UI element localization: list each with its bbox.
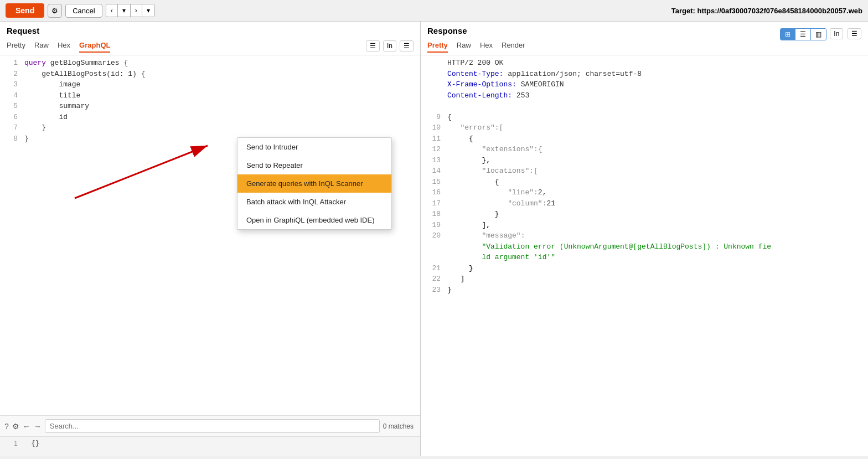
resp-line-11: 11 { xyxy=(421,133,868,145)
bottom-code-area: 1 {} xyxy=(0,436,420,456)
resp-tab-raw[interactable]: Raw xyxy=(457,39,471,53)
request-header: Request Pretty Raw Hex GraphQL ☰ In ☰ xyxy=(0,22,420,55)
code-line-2: 2 getAllBlogPosts(id: 1) { xyxy=(0,69,420,80)
context-menu: Send to Intruder Send to Repeater Genera… xyxy=(237,137,392,230)
resp-line-22: ld argument 'id'" xyxy=(421,252,868,263)
search-bar: ? ⚙ ← → 0 matches xyxy=(0,415,420,436)
tab-hex[interactable]: Hex xyxy=(58,39,70,53)
menu-btn[interactable]: ☰ xyxy=(400,40,414,51)
resp-line-9: 9 { xyxy=(421,112,868,123)
tab-pretty[interactable]: Pretty xyxy=(7,39,25,53)
request-code-area[interactable]: 1 query getBlogSummaries { 2 getAllBlogP… xyxy=(0,55,420,415)
response-title: Response xyxy=(427,26,776,35)
context-menu-batch-attack[interactable]: Batch attack with InQL Attacker xyxy=(237,193,391,211)
request-code-lines: 1 query getBlogSummaries { 2 getAllBlogP… xyxy=(0,55,420,146)
resp-line-21: "Validation error (UnknownArgument@[getA… xyxy=(421,241,868,252)
copy-btn[interactable]: ☰ xyxy=(366,40,380,51)
response-tab-bar: Pretty Raw Hex Render xyxy=(427,39,776,53)
resp-line-17: 17 "column":21 xyxy=(421,198,868,209)
nav-next-button[interactable]: › xyxy=(131,4,142,17)
resp-line-20: 20 "message": xyxy=(421,230,868,241)
nav-prev-button[interactable]: ‹ xyxy=(106,4,118,17)
resp-tab-hex[interactable]: Hex xyxy=(480,39,493,53)
request-panel: Request Pretty Raw Hex GraphQL ☰ In ☰ 1 … xyxy=(0,22,421,456)
tab-graphql[interactable]: GraphQL xyxy=(79,39,110,53)
resp-tab-pretty[interactable]: Pretty xyxy=(427,39,448,53)
response-view-btns: ⊞ ☰ ▥ xyxy=(780,28,826,40)
resp-line-http: HTTP/2 200 OK xyxy=(421,58,868,69)
tab-raw[interactable]: Raw xyxy=(34,39,49,53)
search-settings-button[interactable]: ⚙ xyxy=(12,422,19,431)
nav-next-dropdown[interactable]: ▾ xyxy=(142,4,154,17)
request-tab-bar: Pretty Raw Hex GraphQL ☰ In ☰ xyxy=(7,39,414,53)
code-line-3: 3 image xyxy=(0,79,420,90)
code-line-1: 1 query getBlogSummaries { xyxy=(0,58,420,69)
resp-line-content-type: Content-Type: application/json; charset=… xyxy=(421,69,868,80)
search-next-button[interactable]: → xyxy=(34,422,42,431)
resp-line-25: 23 } xyxy=(421,285,868,296)
resp-tab-render[interactable]: Render xyxy=(502,39,525,53)
resp-line-14: 14 "locations":[ xyxy=(421,166,868,177)
resp-line-23: 21 } xyxy=(421,263,868,274)
resp-view-btn-2[interactable]: ☰ xyxy=(795,29,811,40)
main-content: Request Pretty Raw Hex GraphQL ☰ In ☰ 1 … xyxy=(0,22,868,456)
response-header: Response Pretty Raw Hex Render ⊞ ☰ ▥ In … xyxy=(421,22,868,55)
tab-actions: ☰ In ☰ xyxy=(366,40,414,51)
context-menu-open-graphiql[interactable]: Open in GraphiQL (embedded web IDE) xyxy=(237,211,391,229)
response-code-area[interactable]: HTTP/2 200 OK Content-Type: application/… xyxy=(421,55,868,456)
resp-line-18: 18 } xyxy=(421,209,868,220)
resp-line-15: 15 { xyxy=(421,177,868,188)
search-prev-button[interactable]: ← xyxy=(23,422,30,431)
match-count: 0 matches xyxy=(383,422,414,430)
context-menu-send-intruder[interactable]: Send to Intruder xyxy=(237,138,391,156)
context-menu-send-repeater[interactable]: Send to Repeater xyxy=(237,156,391,174)
response-panel: Response Pretty Raw Hex Render ⊞ ☰ ▥ In … xyxy=(421,22,868,456)
nav-button-group: ‹ ▾ › ▾ xyxy=(106,4,155,17)
request-title: Request xyxy=(7,26,414,35)
resp-view-btn-1[interactable]: ⊞ xyxy=(781,29,795,40)
resp-line-24: 22 ] xyxy=(421,274,868,285)
context-menu-generate-inql[interactable]: Generate queries with InQL Scanner xyxy=(237,174,391,193)
send-button[interactable]: Send xyxy=(6,3,44,18)
resp-action-btn-1[interactable]: In xyxy=(830,28,843,39)
target-info: Target: https://0af30007032f076e84581840… xyxy=(671,7,862,15)
inql-btn[interactable]: In xyxy=(383,40,396,51)
response-title-area: Response Pretty Raw Hex Render xyxy=(427,26,776,53)
nav-prev-dropdown[interactable]: ▾ xyxy=(118,4,131,17)
code-line-6: 6 id xyxy=(0,112,420,123)
resp-line-content-length: Content-Length: 253 xyxy=(421,90,868,101)
toolbar: Send ⚙ Cancel ‹ ▾ › ▾ Target: https://0a… xyxy=(0,0,868,22)
resp-view-btn-3[interactable]: ▥ xyxy=(811,29,826,40)
response-extra-actions: In ☰ xyxy=(830,28,861,39)
settings-button[interactable]: ⚙ xyxy=(48,4,62,18)
resp-line-16: 16 "line":2, xyxy=(421,187,868,198)
resp-line-13: 13 }, xyxy=(421,155,868,166)
resp-action-btn-2[interactable]: ☰ xyxy=(848,28,861,39)
cancel-button[interactable]: Cancel xyxy=(65,4,102,18)
code-line-5: 5 summary xyxy=(0,101,420,112)
resp-line-x-frame: X-Frame-Options: SAMEORIGIN xyxy=(421,79,868,90)
search-input[interactable] xyxy=(45,419,380,433)
resp-line-12: 12 "extensions":{ xyxy=(421,144,868,155)
code-line-4: 4 title xyxy=(0,90,420,101)
bottom-code-line-1: 1 {} xyxy=(4,439,416,447)
help-button[interactable]: ? xyxy=(4,422,9,431)
resp-line-19: 19 ], xyxy=(421,220,868,231)
resp-line-blank xyxy=(421,101,868,112)
code-line-7: 7 } xyxy=(0,122,420,133)
resp-line-10: 10 "errors":[ xyxy=(421,122,868,133)
